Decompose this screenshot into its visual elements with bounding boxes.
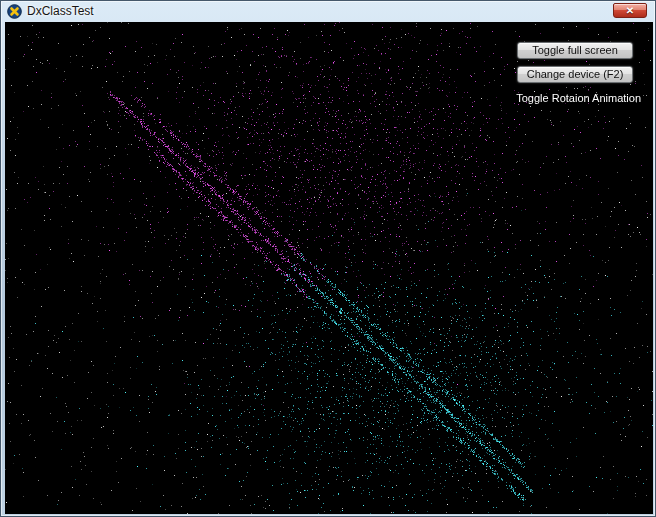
toggle-rotation-button[interactable]: Toggle Rotaion Animation (516, 92, 641, 104)
window-title: DxClassTest (27, 1, 94, 22)
change-device-button[interactable]: Change device (F2) (517, 66, 633, 83)
titlebar[interactable]: DxClassTest ✕ (1, 1, 655, 22)
render-area: Toggle full screen Change device (F2) To… (5, 22, 653, 514)
close-icon: ✕ (626, 6, 634, 16)
app-window: DxClassTest ✕ Toggle full screen Change … (0, 0, 656, 517)
close-button[interactable]: ✕ (613, 3, 647, 18)
directx-app-icon[interactable] (7, 4, 22, 19)
toggle-fullscreen-button[interactable]: Toggle full screen (517, 42, 633, 59)
